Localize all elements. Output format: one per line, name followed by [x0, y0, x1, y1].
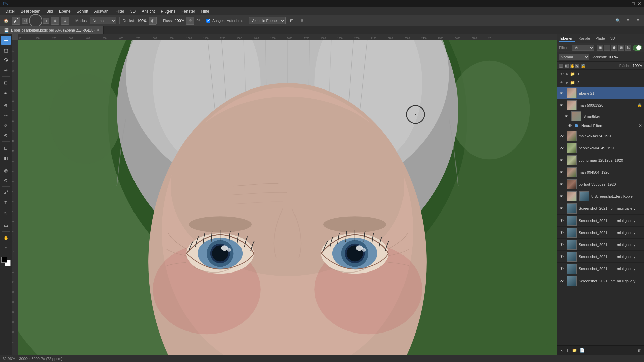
tool-hand[interactable]: ✋ [1, 233, 11, 242]
tool-eyedropper[interactable]: ✒ [1, 88, 11, 98]
tab-pfade[interactable]: Pfade [594, 36, 606, 42]
filter-smart-btn[interactable]: ⊞ [618, 45, 624, 51]
document-tab-close[interactable]: ✕ [97, 28, 99, 32]
layer-people2604[interactable]: 👁 people-2604149_1920 [557, 142, 644, 154]
layer-group-2[interactable]: 👁 ▶ 📁 2 [557, 78, 644, 87]
lock-all-btn[interactable]: 🔒 [581, 64, 585, 68]
tool-shape[interactable]: ▭ [1, 221, 11, 230]
menu-bild[interactable]: Bild [44, 8, 56, 14]
filter-text-btn[interactable]: T [604, 45, 610, 51]
lock-transparent-btn[interactable]: ⊡ [559, 64, 563, 68]
group2-chevron[interactable]: ▶ [566, 81, 569, 84]
lock-artboard-btn[interactable]: ⊗ [575, 64, 579, 68]
visibility-screenshot2021a[interactable]: 👁 [559, 206, 565, 211]
tool-healing[interactable]: ⊕ [1, 101, 11, 110]
minimize-button[interactable]: — [625, 1, 629, 6]
home-button[interactable]: 🏠 [2, 17, 10, 25]
layer-screenshot2021d[interactable]: 👁 Screenshot_2021...om.miui.gallery [557, 239, 644, 251]
symmetry-button[interactable]: ⊗ [298, 17, 306, 25]
layer-filter-type[interactable]: Art [572, 45, 594, 51]
canvas-image[interactable] [18, 40, 557, 355]
tool-blur[interactable]: ◎ [1, 166, 11, 175]
layer-select[interactable]: Aktuelle Ebene [249, 17, 286, 24]
layer-screenshot2021b[interactable]: 👁 Screenshot_2021...om.miui.gallery [557, 215, 644, 227]
tool-path-select[interactable]: ↖ [1, 208, 11, 218]
menu-bearbeiten[interactable]: Bearbeiten [18, 8, 43, 14]
filter-pixel-btn[interactable]: ▣ [597, 45, 603, 51]
layer-portrait3353[interactable]: 👁 portrait-3353699_1920 [557, 178, 644, 190]
filter-effect-btn[interactable]: fx [625, 45, 631, 51]
color-swatch[interactable] [1, 257, 11, 266]
tool-history-brush[interactable]: ⊗ [1, 131, 11, 140]
layer-youngman1281[interactable]: 👁 young-man-1281282_1920 [557, 154, 644, 166]
opacity-airbrush[interactable]: ◎ [149, 17, 157, 25]
tool-brush[interactable]: ✏ [1, 111, 11, 120]
visibility-male2634[interactable]: 👁 [559, 133, 565, 139]
tab-ebenen[interactable]: Ebenen [559, 36, 575, 42]
group1-chevron[interactable]: ▶ [566, 72, 569, 76]
angle-button[interactable]: ⟳ [186, 17, 194, 25]
close-button[interactable]: ✕ [637, 1, 641, 6]
workspace-button[interactable]: ⊞ [624, 17, 632, 25]
visibility-screenshot2021g[interactable]: 👁 [559, 278, 565, 284]
visibility-youngman1281[interactable]: 👁 [559, 158, 565, 163]
tool-lasso[interactable] [1, 56, 11, 65]
menu-ebene[interactable]: Ebene [56, 8, 73, 14]
visibility-man590[interactable]: 👁 [559, 103, 565, 108]
tool-pen[interactable] [1, 188, 11, 197]
visibility-neural[interactable]: 👁 [567, 123, 573, 128]
visibility-screenshot2021e[interactable]: 👁 [559, 254, 565, 259]
group-button[interactable]: 📁 [572, 348, 577, 353]
visibility-screenshot2021d[interactable]: 👁 [559, 242, 565, 247]
layer-neural-filters[interactable]: 👁 Neural Filters ✕ [557, 121, 644, 130]
blend-mode-select[interactable]: Normal Multiplizieren Abblenden [90, 17, 116, 24]
tab-3d[interactable]: 3D [609, 36, 616, 42]
tool-magic-wand[interactable]: ✳ [1, 66, 11, 75]
menu-fenster[interactable]: Fenster [179, 8, 198, 14]
layer-screenshot2021g[interactable]: 👁 Screenshot_2021...om.miui.gallery [557, 275, 644, 287]
menu-hilfe[interactable]: Hilfe [199, 8, 212, 14]
smoothing-checkbox[interactable] [206, 19, 210, 23]
visibility-group1[interactable]: 👁 [559, 71, 565, 77]
visibility-people2604[interactable]: 👁 [559, 145, 565, 151]
tool-clone[interactable]: ✐ [1, 121, 11, 130]
menu-plugins[interactable]: Plug-ins [158, 8, 178, 14]
layer-screenshot8[interactable]: 👁 8 Screenshot...lery Kopie [557, 190, 644, 202]
layer-screenshot2021f[interactable]: 👁 Screenshot_2021...om.miui.gallery [557, 263, 644, 275]
menu-datei[interactable]: Datei [3, 8, 17, 14]
tool-gradient[interactable]: ◧ [1, 153, 11, 163]
layer-male2634[interactable]: 👁 male-2634974_1920 [557, 130, 644, 142]
delete-button[interactable]: 🗑 [637, 348, 641, 353]
brush-size-inc[interactable]: ▷ [43, 18, 49, 24]
lock-image-btn[interactable]: ✏ [565, 64, 569, 68]
neural-close[interactable]: ✕ [639, 123, 642, 128]
menu-filter[interactable]: Filter [113, 8, 127, 14]
visibility-man994504[interactable]: 👁 [559, 170, 565, 175]
menu-auswahl[interactable]: Auswahl [92, 8, 112, 14]
canvas-container[interactable] [18, 40, 557, 355]
pressure-button[interactable]: ⊡ [288, 17, 296, 25]
layer-screenshot2021c[interactable]: 👁 Screenshot_2021...om.miui.gallery [557, 227, 644, 239]
arrange-button[interactable]: ⊟ [634, 17, 642, 25]
brush-mode-button[interactable]: ⊕ [51, 17, 59, 25]
tool-move[interactable] [1, 36, 11, 45]
adjustment-button[interactable]: ◫ [566, 348, 569, 353]
fx-button[interactable]: fx [560, 348, 563, 352]
visibility-screenshot8[interactable]: 👁 [559, 194, 565, 199]
menu-schrift[interactable]: Schrift [74, 8, 91, 14]
tool-text[interactable]: T [1, 198, 11, 207]
window-controls[interactable]: — □ ✕ [625, 1, 641, 6]
tool-dodge[interactable]: ⊙ [1, 176, 11, 185]
visibility-screenshot2021f[interactable]: 👁 [559, 266, 565, 272]
layer-man590[interactable]: 👁 man-59081920 🔒 🔒 [557, 99, 644, 111]
layer-screenshot2021a[interactable]: 👁 Screenshot_2021...om.miui.gallery [557, 202, 644, 215]
search-button[interactable]: 🔍 [614, 17, 622, 25]
layer-man994504[interactable]: 👁 man-994504_1920 [557, 166, 644, 178]
layer-screenshot2021e[interactable]: 👁 Screenshot_2021...om.miui.gallery [557, 251, 644, 263]
layer-group-1[interactable]: 👁 ▶ 📁 1 [557, 70, 644, 78]
visibility-smartfilter[interactable]: 👁 [564, 114, 569, 119]
visibility-screenshot2021c[interactable]: 👁 [559, 230, 565, 235]
tool-select-rect[interactable]: ⬚ [1, 46, 11, 55]
visibility-group2[interactable]: 👁 [559, 80, 565, 85]
lock-position-btn[interactable]: ✋ [570, 64, 574, 68]
